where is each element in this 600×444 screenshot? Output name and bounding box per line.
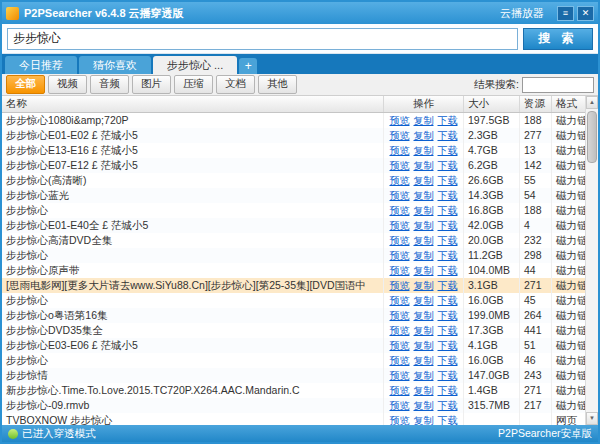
download-link[interactable]: 下载 [438,293,458,308]
download-link[interactable]: 下载 [438,338,458,353]
preview-link[interactable]: 预览 [390,173,410,188]
result-search-input[interactable] [522,77,594,93]
preview-link[interactable]: 预览 [390,323,410,338]
table-row[interactable]: 步步惊心预览复制下载16.0GB45磁力链 [2,293,585,308]
download-link[interactable]: 下载 [438,203,458,218]
table-row[interactable]: 新步步惊心.Time.To.Love.2015.TC720P.X264.AAC.… [2,383,585,398]
preview-link[interactable]: 预览 [390,398,410,413]
copy-link[interactable]: 复制 [414,278,434,293]
download-link[interactable]: 下载 [438,128,458,143]
copy-link[interactable]: 复制 [414,338,434,353]
filter-document[interactable]: 文档 [216,75,255,94]
copy-link[interactable]: 复制 [414,398,434,413]
download-link[interactable]: 下载 [438,218,458,233]
preview-link[interactable]: 预览 [390,203,410,218]
preview-link[interactable]: 预览 [390,353,410,368]
preview-link[interactable]: 预览 [390,113,410,128]
table-row[interactable]: 步步惊心蓝光预览复制下载14.3GB54磁力链 [2,188,585,203]
copy-link[interactable]: 复制 [414,383,434,398]
table-row[interactable]: 步步惊心E01-E40全 £ 茫城小5预览复制下载42.0GB4磁力链 [2,218,585,233]
tab-guess-you-like[interactable]: 猜你喜欢 [79,56,151,74]
scroll-down-icon[interactable]: ▼ [586,412,598,425]
copy-link[interactable]: 复制 [414,308,434,323]
copy-link[interactable]: 复制 [414,263,434,278]
table-row[interactable]: TVBOXNOW 步步惊心预览复制下载网页 [2,413,585,425]
preview-link[interactable]: 预览 [390,293,410,308]
filter-archive[interactable]: 压缩 [174,75,213,94]
download-link[interactable]: 下载 [438,278,458,293]
header-name[interactable]: 名称 [2,96,384,112]
preview-link[interactable]: 预览 [390,278,410,293]
table-row[interactable]: 步步惊心原声带预览复制下载104.0MB44磁力链 [2,263,585,278]
header-resources[interactable]: 资源 [520,96,552,112]
filter-image[interactable]: 图片 [132,75,171,94]
table-row[interactable]: [思雨电影网][更多大片请去www.SiYu88.Cn][步步惊心][第25-3… [2,278,585,293]
copy-link[interactable]: 复制 [414,113,434,128]
close-icon[interactable]: ✕ [577,6,594,21]
table-row[interactable]: 步步惊心预览复制下载16.0GB46磁力链 [2,353,585,368]
download-link[interactable]: 下载 [438,383,458,398]
preview-link[interactable]: 预览 [390,263,410,278]
table-row[interactable]: 步步惊心E13-E16 £ 茫城小5预览复制下载4.7GB13磁力链 [2,143,585,158]
preview-link[interactable]: 预览 [390,413,410,425]
download-link[interactable]: 下载 [438,398,458,413]
copy-link[interactable]: 复制 [414,248,434,263]
search-input[interactable] [7,28,518,50]
download-link[interactable]: 下载 [438,113,458,128]
download-link[interactable]: 下载 [438,248,458,263]
filter-video[interactable]: 视频 [48,75,87,94]
download-link[interactable]: 下载 [438,353,458,368]
table-row[interactable]: 步步惊心DVD35集全预览复制下载17.3GB441磁力链 [2,323,585,338]
tab-search-result[interactable]: 步步惊心 ... [153,56,237,74]
preview-link[interactable]: 预览 [390,308,410,323]
download-link[interactable]: 下载 [438,368,458,383]
copy-link[interactable]: 复制 [414,188,434,203]
preview-link[interactable]: 预览 [390,188,410,203]
download-link[interactable]: 下载 [438,158,458,173]
copy-link[interactable]: 复制 [414,353,434,368]
header-size[interactable]: 大小 [464,96,520,112]
table-row[interactable]: 步步惊心E07-E12 £ 茫城小5预览复制下载6.2GB142磁力链 [2,158,585,173]
download-link[interactable]: 下载 [438,143,458,158]
preview-link[interactable]: 预览 [390,218,410,233]
download-link[interactable]: 下载 [438,173,458,188]
copy-link[interactable]: 复制 [414,158,434,173]
preview-link[interactable]: 预览 [390,383,410,398]
preview-link[interactable]: 预览 [390,248,410,263]
table-row[interactable]: 步步惊心o粤语第16集预览复制下载199.0MB264磁力链 [2,308,585,323]
preview-link[interactable]: 预览 [390,128,410,143]
table-row[interactable]: 步步惊心-09.rmvb预览复制下载315.7MB217磁力链 [2,398,585,413]
preview-link[interactable]: 预览 [390,338,410,353]
search-button[interactable]: 搜 索 [523,28,593,50]
table-row[interactable]: 步步惊心预览复制下载16.8GB188磁力链 [2,203,585,218]
scrollbar[interactable]: ▲ ▼ [585,96,598,425]
copy-link[interactable]: 复制 [414,218,434,233]
download-link[interactable]: 下载 [438,308,458,323]
copy-link[interactable]: 复制 [414,323,434,338]
preview-link[interactable]: 预览 [390,143,410,158]
scrollbar-thumb[interactable] [587,111,597,163]
table-row[interactable]: 步步惊心E01-E02 £ 茫城小5预览复制下载2.3GB277磁力链 [2,128,585,143]
copy-link[interactable]: 复制 [414,293,434,308]
android-version-link[interactable]: P2PSearcher安卓版 [498,427,592,441]
copy-link[interactable]: 复制 [414,128,434,143]
download-link[interactable]: 下载 [438,413,458,425]
filter-all[interactable]: 全部 [6,75,45,94]
preview-link[interactable]: 预览 [390,233,410,248]
filter-other[interactable]: 其他 [258,75,297,94]
cloud-player-button[interactable]: 云播放器 [500,6,544,21]
download-link[interactable]: 下载 [438,233,458,248]
table-row[interactable]: 步步惊心预览复制下载11.2GB298磁力链 [2,248,585,263]
menu-icon[interactable]: ≡ [557,6,574,21]
preview-link[interactable]: 预览 [390,368,410,383]
header-action[interactable]: 操作 [384,96,464,112]
tab-today-recommend[interactable]: 今日推荐 [5,56,77,74]
copy-link[interactable]: 复制 [414,143,434,158]
copy-link[interactable]: 复制 [414,203,434,218]
copy-link[interactable]: 复制 [414,413,434,425]
table-row[interactable]: 步步惊心高清DVD全集预览复制下载20.0GB232磁力链 [2,233,585,248]
copy-link[interactable]: 复制 [414,233,434,248]
header-format[interactable]: 格式 [552,96,585,112]
filter-audio[interactable]: 音频 [90,75,129,94]
copy-link[interactable]: 复制 [414,368,434,383]
